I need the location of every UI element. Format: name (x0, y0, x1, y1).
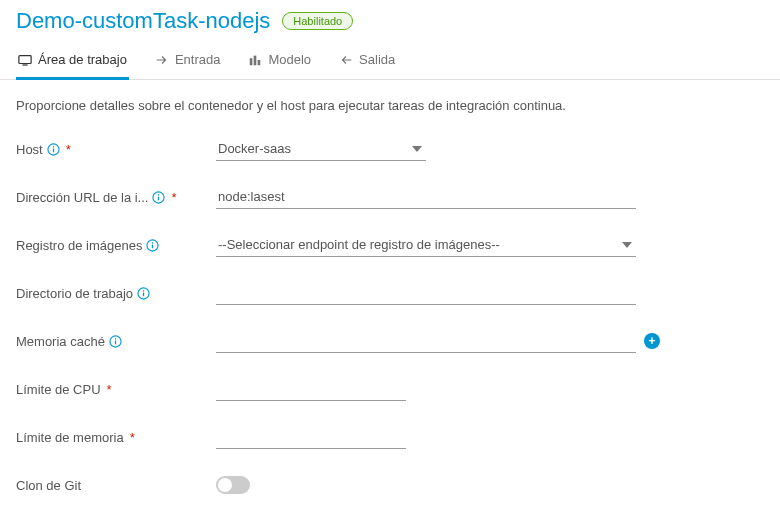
required-marker: * (107, 382, 112, 397)
workdir-label: Directorio de trabajo (16, 286, 216, 301)
tab-bar: Área de trabajo Entrada Modelo Salida (0, 44, 780, 80)
svg-rect-19 (115, 338, 116, 339)
info-icon[interactable] (137, 287, 150, 300)
required-marker: * (171, 190, 176, 205)
svg-rect-7 (53, 146, 54, 147)
tab-output[interactable]: Salida (337, 44, 397, 80)
svg-rect-2 (250, 58, 253, 65)
workspace-icon (18, 53, 32, 67)
tab-label: Modelo (268, 52, 311, 67)
svg-rect-4 (258, 60, 261, 65)
svg-rect-3 (254, 55, 257, 65)
svg-rect-16 (143, 290, 144, 291)
svg-rect-12 (152, 244, 153, 248)
required-marker: * (130, 430, 135, 445)
registry-label: Registro de imágenes (16, 238, 216, 253)
tab-label: Área de trabajo (38, 52, 127, 67)
git-clone-toggle[interactable] (216, 476, 250, 494)
tab-workspace[interactable]: Área de trabajo (16, 44, 129, 80)
host-label: Host * (16, 142, 216, 157)
image-url-input[interactable] (216, 185, 636, 209)
registry-select[interactable]: --Seleccionar endpoint de registro de im… (216, 233, 636, 257)
svg-rect-10 (158, 194, 159, 195)
page-title: Demo-customTask-nodejs (16, 8, 270, 34)
input-icon (155, 53, 169, 67)
info-icon[interactable] (109, 335, 122, 348)
model-icon (248, 53, 262, 67)
svg-rect-15 (143, 292, 144, 296)
host-select[interactable]: Docker-saas (216, 137, 426, 161)
svg-rect-9 (158, 196, 159, 200)
tab-label: Salida (359, 52, 395, 67)
svg-rect-18 (115, 340, 116, 344)
output-icon (339, 53, 353, 67)
add-cache-button[interactable]: + (644, 333, 660, 349)
tab-input[interactable]: Entrada (153, 44, 223, 80)
image-url-label: Dirección URL de la i... * (16, 190, 216, 205)
svg-rect-0 (19, 55, 31, 63)
svg-rect-13 (152, 242, 153, 243)
tab-label: Entrada (175, 52, 221, 67)
svg-rect-1 (22, 64, 27, 65)
status-badge: Habilitado (282, 12, 353, 30)
git-clone-label: Clon de Git (16, 478, 216, 493)
svg-rect-6 (53, 148, 54, 152)
cache-label: Memoria caché (16, 334, 216, 349)
info-icon[interactable] (146, 239, 159, 252)
info-icon[interactable] (152, 191, 165, 204)
memory-limit-input[interactable] (216, 425, 406, 449)
cpu-limit-input[interactable] (216, 377, 406, 401)
memory-limit-label: Límite de memoria * (16, 430, 216, 445)
workdir-input[interactable] (216, 281, 636, 305)
description-text: Proporcione detalles sobre el contenedor… (16, 98, 764, 113)
info-icon[interactable] (47, 143, 60, 156)
cache-input[interactable] (216, 329, 636, 353)
required-marker: * (66, 142, 71, 157)
tab-model[interactable]: Modelo (246, 44, 313, 80)
toggle-knob (218, 478, 232, 492)
cpu-limit-label: Límite de CPU * (16, 382, 216, 397)
